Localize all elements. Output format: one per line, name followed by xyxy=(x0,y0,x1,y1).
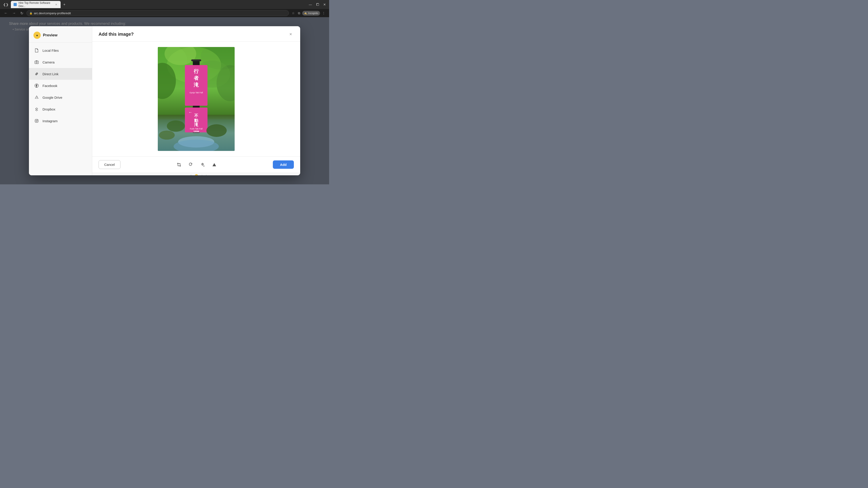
incognito-badge: 🕵 Incognito xyxy=(302,11,320,15)
link-icon xyxy=(33,71,40,77)
reload-button[interactable]: ↻ xyxy=(19,11,25,16)
window-controls: — ⧠ ✕ xyxy=(307,2,327,7)
extensions-button[interactable]: ⧉ xyxy=(297,11,301,15)
footer-left: Cancel xyxy=(98,160,121,169)
sidebar-item-direct-link[interactable]: Direct Link xyxy=(29,68,92,80)
svg-text:100M: 100M xyxy=(193,130,199,133)
direct-link-label: Direct Link xyxy=(42,72,59,76)
svg-point-34 xyxy=(159,131,175,140)
url-text: arc.dev/company-profile/edit xyxy=(34,11,71,15)
tab-close[interactable]: ✕ xyxy=(55,3,58,6)
minimize-button[interactable]: — xyxy=(307,2,313,7)
modal-body: ● Preview Local Files xyxy=(29,26,300,175)
preview-image: 行 者 滝 Gyoja Taki Fall ← 不 動 滝 xyxy=(158,47,235,151)
incognito-icon: 🕵 xyxy=(304,12,307,15)
close-button[interactable]: × xyxy=(287,31,294,38)
google-drive-label: Google Drive xyxy=(42,96,62,99)
close-window-button[interactable]: ✕ xyxy=(322,2,327,7)
facebook-label: Facebook xyxy=(42,84,57,88)
rotate-button[interactable] xyxy=(187,161,194,168)
svg-rect-19 xyxy=(191,59,201,61)
modal-overlay: ● Preview Local Files xyxy=(0,17,329,184)
modal-header: Add this image? × xyxy=(92,26,300,41)
modal-dialog: ● Preview Local Files xyxy=(29,26,300,175)
crop-button[interactable] xyxy=(176,161,183,168)
svg-point-33 xyxy=(206,124,227,137)
camera-label: Camera xyxy=(42,60,55,64)
sidebar-item-dropbox[interactable]: Dropbox xyxy=(29,103,92,115)
incognito-label: Incognito xyxy=(308,12,318,14)
back-button[interactable]: ← xyxy=(3,11,9,15)
svg-point-4 xyxy=(36,120,37,122)
sidebar-item-facebook[interactable]: Facebook xyxy=(29,80,92,92)
svg-rect-0 xyxy=(35,61,38,64)
tab-bar: ❮❯ Hire Top Remote Software Dev... ✕ + xyxy=(2,0,306,9)
sidebar-item-instagram[interactable]: Instagram xyxy=(29,115,92,127)
svg-text:←: ← xyxy=(188,110,192,115)
sidebar-item-google-drive[interactable]: Google Drive xyxy=(29,92,92,103)
svg-text:動: 動 xyxy=(194,119,198,123)
camera-icon xyxy=(33,59,40,65)
modal-footer: Cancel xyxy=(92,156,300,173)
svg-point-1 xyxy=(36,62,37,63)
svg-text:滝: 滝 xyxy=(194,122,198,127)
page-background: Share more about your services and produ… xyxy=(0,17,329,184)
uploadcare-footer: powered by uploadcare xyxy=(92,173,300,175)
instagram-label: Instagram xyxy=(42,119,58,123)
address-bar: ← → ↻ 🔒 arc.dev/company-profile/edit ☆ ⧉… xyxy=(0,9,329,17)
modal-content: 行 者 滝 Gyoja Taki Fall ← 不 動 滝 xyxy=(92,41,300,156)
local-files-label: Local Files xyxy=(42,48,59,53)
dropbox-icon xyxy=(33,106,40,112)
svg-text:Fudo Taki Fall: Fudo Taki Fall xyxy=(190,128,203,130)
tab-switcher[interactable]: ❮❯ xyxy=(2,2,10,7)
add-button[interactable]: Add xyxy=(273,160,294,169)
bookmark-button[interactable]: ☆ xyxy=(291,11,296,15)
svg-text:滝: 滝 xyxy=(194,82,199,88)
dropbox-label: Dropbox xyxy=(42,107,55,111)
svg-point-32 xyxy=(167,121,185,132)
tab-label: Hire Top Remote Software Dev... xyxy=(19,1,53,8)
active-tab[interactable]: Hire Top Remote Software Dev... ✕ xyxy=(11,1,61,8)
menu-button[interactable]: ⋮ xyxy=(321,11,327,15)
svg-text:者: 者 xyxy=(194,75,199,81)
url-bar[interactable]: 🔒 arc.dev/company-profile/edit xyxy=(26,10,289,16)
maximize-button[interactable]: ⧠ xyxy=(315,2,320,7)
sidebar: ● Preview Local Files xyxy=(29,26,92,175)
svg-text:Gyoja Taki Fall: Gyoja Taki Fall xyxy=(190,92,203,94)
modal-main: Add this image? × xyxy=(92,26,300,175)
cancel-button[interactable]: Cancel xyxy=(98,160,121,169)
url-lock-icon: 🔒 xyxy=(29,12,33,15)
tab-favicon xyxy=(13,3,17,6)
uploadcare-powered-label: powered by xyxy=(181,174,194,175)
footer-right: Add xyxy=(273,160,294,169)
uploadcare-logo xyxy=(195,174,198,175)
file-icon xyxy=(33,47,40,54)
sidebar-item-local-files[interactable]: Local Files xyxy=(29,44,92,56)
sidebar-title: Preview xyxy=(43,33,57,37)
uploadcare-brand: uploadcare xyxy=(199,174,211,175)
svg-text:不: 不 xyxy=(194,113,198,118)
new-tab-button[interactable]: + xyxy=(61,2,67,7)
footer-tools xyxy=(176,161,218,168)
svg-point-35 xyxy=(204,166,204,166)
modal-title: Add this image? xyxy=(98,32,134,37)
sidebar-item-camera[interactable]: Camera xyxy=(29,56,92,68)
svg-rect-3 xyxy=(35,119,38,123)
svg-marker-36 xyxy=(213,163,216,166)
instagram-icon xyxy=(33,118,40,124)
enhance-button[interactable] xyxy=(199,161,206,168)
browser-chrome: ❮❯ Hire Top Remote Software Dev... ✕ + —… xyxy=(0,0,329,9)
sidebar-header: ● Preview xyxy=(29,30,92,43)
forward-button[interactable]: → xyxy=(11,11,17,15)
svg-text:行: 行 xyxy=(193,68,199,74)
facebook-icon xyxy=(33,83,40,89)
svg-point-5 xyxy=(37,120,38,120)
filter-button[interactable] xyxy=(211,161,218,168)
address-actions: ☆ ⧉ 🕵 Incognito ⋮ xyxy=(291,11,327,15)
preview-icon: ● xyxy=(33,32,41,39)
google-drive-icon xyxy=(33,94,40,101)
